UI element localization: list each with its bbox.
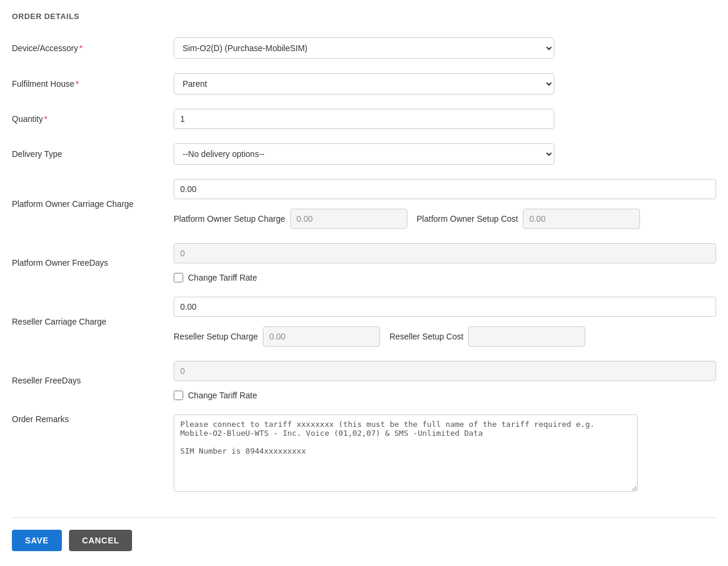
change-tariff-rate-2-group: Change Tariff Rate <box>174 391 257 400</box>
device-accessory-field: Sim-O2(D) (Purchase-MobileSIM) <box>174 37 554 59</box>
platform-freedays-label: Platform Owner FreeDays <box>12 258 167 268</box>
reseller-charges-group: Reseller Setup Charge Reseller Setup Cos… <box>174 297 716 347</box>
delivery-type-row: Delivery Type --No delivery options-- <box>12 143 716 165</box>
reseller-setup-cost-item: Reseller Setup Cost <box>390 326 586 347</box>
platform-setup-cost-input <box>523 209 640 229</box>
section-title: ORDER DETAILS <box>12 12 716 21</box>
fulfilment-house-label: Fulfilment House* <box>12 79 167 89</box>
platform-owner-carriage-label: Platform Owner Carriage Charge <box>12 199 167 209</box>
fulfilment-house-select[interactable]: Parent <box>174 73 554 95</box>
platform-setup-charge-input[interactable] <box>290 209 407 229</box>
fulfilment-house-row: Fulfilment House* Parent <box>12 73 716 95</box>
change-tariff-rate-1-label: Change Tariff Rate <box>188 273 257 282</box>
platform-owner-carriage-row: Platform Owner Carriage Charge Platform … <box>12 179 716 229</box>
delivery-type-field: --No delivery options-- <box>174 143 554 165</box>
reseller-setup-charge-label: Reseller Setup Charge <box>174 332 258 341</box>
footer-bar: SAVE CANCEL <box>12 517 716 563</box>
delivery-type-label: Delivery Type <box>12 149 167 159</box>
reseller-setup-charge-input[interactable] <box>263 326 380 347</box>
platform-setup-charge-item: Platform Owner Setup Charge <box>174 209 407 229</box>
quantity-field <box>174 109 554 129</box>
change-tariff-rate-2-label: Change Tariff Rate <box>188 391 257 400</box>
quantity-input[interactable] <box>174 109 554 129</box>
order-remarks-label: Order Remarks <box>12 414 167 424</box>
quantity-row: Quantity* <box>12 109 716 129</box>
platform-setup-charge-label: Platform Owner Setup Charge <box>174 214 285 224</box>
platform-freedays-row: Platform Owner FreeDays Change Tariff Ra… <box>12 243 716 282</box>
reseller-freedays-input[interactable] <box>174 361 716 381</box>
platform-charges-group: Platform Owner Setup Charge Platform Own… <box>174 179 716 229</box>
order-remarks-textarea[interactable]: Please connect to tariff xxxxxxxx (this … <box>174 414 638 492</box>
order-remarks-row: Order Remarks Please connect to tariff x… <box>12 414 716 493</box>
change-tariff-rate-2-checkbox[interactable] <box>174 391 183 400</box>
delivery-type-select[interactable]: --No delivery options-- <box>174 143 554 165</box>
reseller-setup-charge-item: Reseller Setup Charge <box>174 326 380 347</box>
reseller-setup-cost-input <box>468 326 585 347</box>
cancel-button[interactable]: CANCEL <box>69 530 133 551</box>
reseller-freedays-row: Reseller FreeDays Change Tariff Rate <box>12 361 716 400</box>
order-remarks-field: Please connect to tariff xxxxxxxx (this … <box>174 414 638 493</box>
reseller-freedays-label: Reseller FreeDays <box>12 376 167 385</box>
reseller-carriage-row: Reseller Carriage Charge Reseller Setup … <box>12 297 716 347</box>
device-accessory-select[interactable]: Sim-O2(D) (Purchase-MobileSIM) <box>174 37 554 59</box>
change-tariff-rate-1-group: Change Tariff Rate <box>174 273 257 282</box>
device-accessory-label: Device/Accessory* <box>12 43 167 53</box>
platform-setup-cost-label: Platform Owner Setup Cost <box>417 214 518 224</box>
device-accessory-row: Device/Accessory* Sim-O2(D) (Purchase-Mo… <box>12 37 716 59</box>
reseller-carriage-label: Reseller Carriage Charge <box>12 317 167 326</box>
quantity-label: Quantity* <box>12 114 167 124</box>
fulfilment-house-field: Parent <box>174 73 554 95</box>
platform-setup-cost-item: Platform Owner Setup Cost <box>417 209 640 229</box>
save-button[interactable]: SAVE <box>12 530 62 551</box>
platform-owner-carriage-input[interactable] <box>174 179 716 199</box>
change-tariff-rate-1-checkbox[interactable] <box>174 273 183 282</box>
reseller-setup-cost-label: Reseller Setup Cost <box>390 332 464 341</box>
platform-freedays-input[interactable] <box>174 243 716 263</box>
reseller-carriage-input[interactable] <box>174 297 716 317</box>
reseller-freedays-group: Change Tariff Rate <box>174 361 716 400</box>
platform-freedays-group: Change Tariff Rate <box>174 243 716 282</box>
